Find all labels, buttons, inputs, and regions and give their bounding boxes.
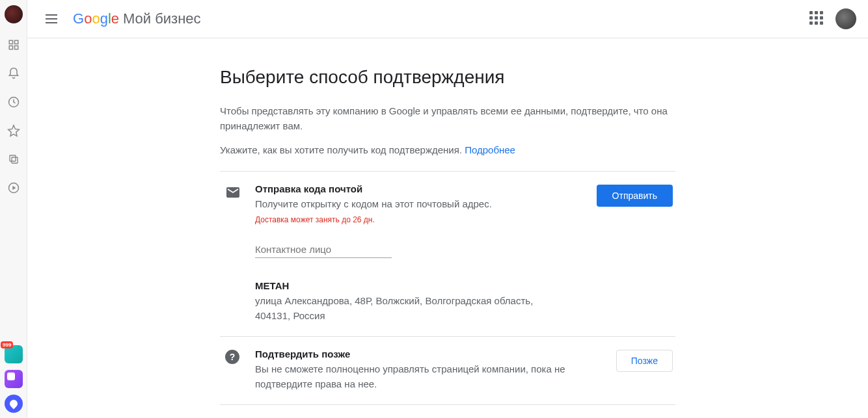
mail-option-description: Получите открытку с кодом на этот почтов… bbox=[255, 197, 591, 212]
svg-rect-2 bbox=[9, 46, 12, 49]
svg-rect-0 bbox=[9, 40, 12, 44]
clock-icon[interactable] bbox=[7, 95, 21, 109]
learn-more-link[interactable]: Подробнее bbox=[465, 144, 515, 155]
svg-rect-6 bbox=[10, 155, 16, 161]
page-title: Выберите способ подтверждения bbox=[220, 67, 675, 88]
verification-option-later: ? Подтвердить позже Вы не сможете полноц… bbox=[220, 336, 675, 405]
google-apps-icon[interactable] bbox=[809, 11, 825, 27]
logo-letter: e bbox=[111, 10, 119, 27]
product-name: Мой бизнес bbox=[123, 10, 201, 27]
logo-letter: o bbox=[84, 10, 92, 27]
os-user-avatar[interactable] bbox=[5, 5, 23, 23]
svg-rect-3 bbox=[14, 46, 18, 49]
main-content: Выберите способ подтверждения Чтобы пред… bbox=[27, 38, 868, 418]
os-sidebar: 999 bbox=[0, 0, 27, 418]
delivery-warning: Доставка может занять до 26 дн. bbox=[255, 215, 591, 224]
business-address: улица Александрова, 48Р, Волжский, Волго… bbox=[255, 294, 541, 323]
question-mark-icon: ? bbox=[225, 350, 239, 364]
star-icon[interactable] bbox=[7, 124, 21, 138]
content-container: Выберите способ подтверждения Чтобы пред… bbox=[220, 38, 675, 418]
later-option-description: Вы не сможете полноценно управлять стран… bbox=[255, 362, 591, 391]
verification-option-mail: Отправка кода почтой Получите открытку с… bbox=[220, 171, 675, 337]
os-app-purple-icon[interactable] bbox=[5, 370, 23, 388]
os-badge: 999 bbox=[1, 341, 13, 348]
app-header: G o o g l e Мой бизнес bbox=[27, 0, 868, 38]
logo-letter: G bbox=[73, 10, 84, 27]
mail-option-title: Отправка кода почтой bbox=[255, 183, 591, 194]
google-logo[interactable]: G o o g l e Мой бизнес bbox=[73, 10, 201, 27]
header-user-avatar[interactable] bbox=[835, 8, 856, 29]
business-name: МЕТАН bbox=[255, 280, 591, 291]
instruction-text: Укажите, как вы хотите получить код подт… bbox=[220, 144, 462, 155]
send-button[interactable]: Отправить bbox=[597, 185, 673, 207]
svg-rect-1 bbox=[14, 40, 18, 44]
later-option-title: Подтвердить позже bbox=[255, 348, 591, 359]
copy-icon[interactable] bbox=[7, 152, 21, 166]
later-button[interactable]: Позже bbox=[616, 350, 673, 372]
os-app-blue-icon[interactable] bbox=[5, 395, 23, 413]
svg-rect-5 bbox=[12, 157, 18, 163]
play-circle-icon[interactable] bbox=[7, 181, 21, 195]
page-instruction: Укажите, как вы хотите получить код подт… bbox=[220, 144, 675, 155]
os-sidebar-bottom: 999 bbox=[0, 345, 27, 413]
contact-name-input[interactable] bbox=[255, 241, 392, 258]
hamburger-menu-icon[interactable] bbox=[46, 11, 61, 27]
os-app-teal-icon[interactable]: 999 bbox=[5, 345, 23, 363]
bell-icon[interactable] bbox=[7, 66, 21, 81]
logo-letter: o bbox=[92, 10, 100, 27]
apps-grid-small-icon[interactable] bbox=[7, 38, 21, 52]
page-description: Чтобы представлять эту компанию в Google… bbox=[220, 103, 675, 134]
mail-icon bbox=[225, 185, 241, 200]
logo-letter: g bbox=[100, 10, 108, 27]
